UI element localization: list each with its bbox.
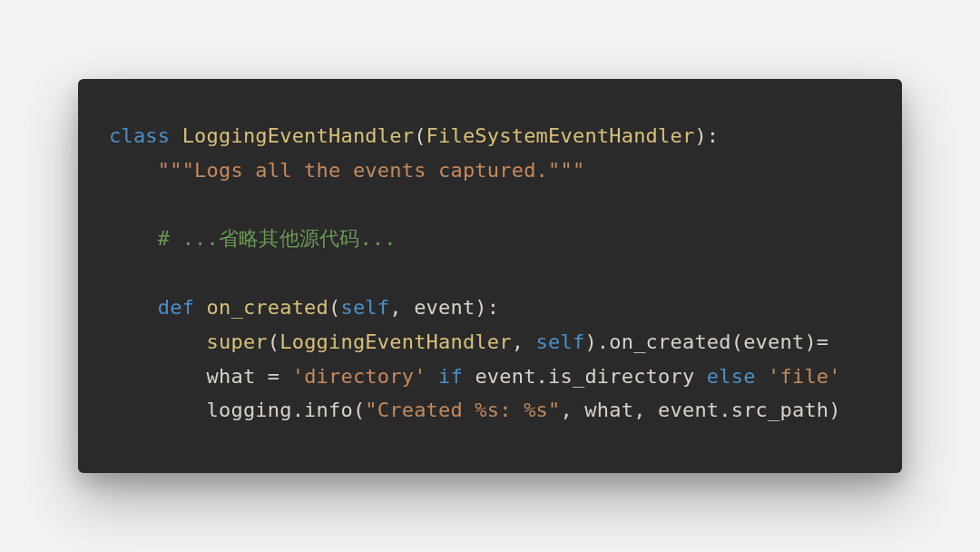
code-token: """Logs all the events captured."""	[158, 159, 585, 182]
code-token: logging.info(	[207, 399, 366, 421]
code-token: ):	[694, 124, 719, 147]
code-token: , event):	[389, 296, 499, 319]
code-token: self	[536, 330, 585, 353]
code-token: else	[707, 365, 756, 388]
code-token: if	[438, 365, 463, 388]
code-token: what =	[207, 365, 292, 388]
code-token	[756, 365, 768, 388]
code-line: def on_created(self, event):	[109, 296, 499, 319]
code-token: "Created %s: %s"	[365, 399, 560, 421]
code-token: ,	[512, 330, 536, 353]
code-token: , what, event.src_path)	[560, 399, 840, 421]
code-token: FileSystemEventHandler	[426, 124, 695, 147]
code-line: """Logs all the events captured."""	[109, 159, 584, 182]
code-token: self	[340, 296, 389, 319]
code-token: super	[207, 330, 268, 353]
code-token: 'file'	[768, 365, 841, 388]
code-line: # ...省略其他源代码...	[109, 227, 397, 250]
page-stage: class LoggingEventHandler(FileSystemEven…	[0, 0, 980, 552]
code-token	[426, 365, 438, 388]
code-line: logging.info("Created %s: %s", what, eve…	[109, 399, 841, 421]
code-block: class LoggingEventHandler(FileSystemEven…	[109, 119, 871, 428]
code-token: (	[328, 296, 340, 319]
code-line: what = 'directory' if event.is_directory…	[109, 365, 841, 388]
code-card: class LoggingEventHandler(FileSystemEven…	[78, 79, 902, 473]
code-token: # ...省略其他源代码...	[158, 227, 397, 250]
code-token: (	[414, 124, 426, 147]
code-line: super(LoggingEventHandler, self).on_crea…	[109, 330, 828, 353]
code-token: ).on_created(event)=	[584, 330, 828, 353]
code-token: LoggingEventHandler	[182, 124, 414, 147]
code-token: class	[109, 124, 182, 147]
code-token: on_created	[207, 296, 328, 319]
code-token: def	[158, 296, 207, 319]
code-token: event.is_directory	[463, 365, 707, 388]
code-token: LoggingEventHandler	[279, 330, 511, 353]
code-token: 'directory'	[292, 365, 426, 388]
code-line: class LoggingEventHandler(FileSystemEven…	[109, 124, 719, 147]
code-token: (	[268, 330, 279, 353]
